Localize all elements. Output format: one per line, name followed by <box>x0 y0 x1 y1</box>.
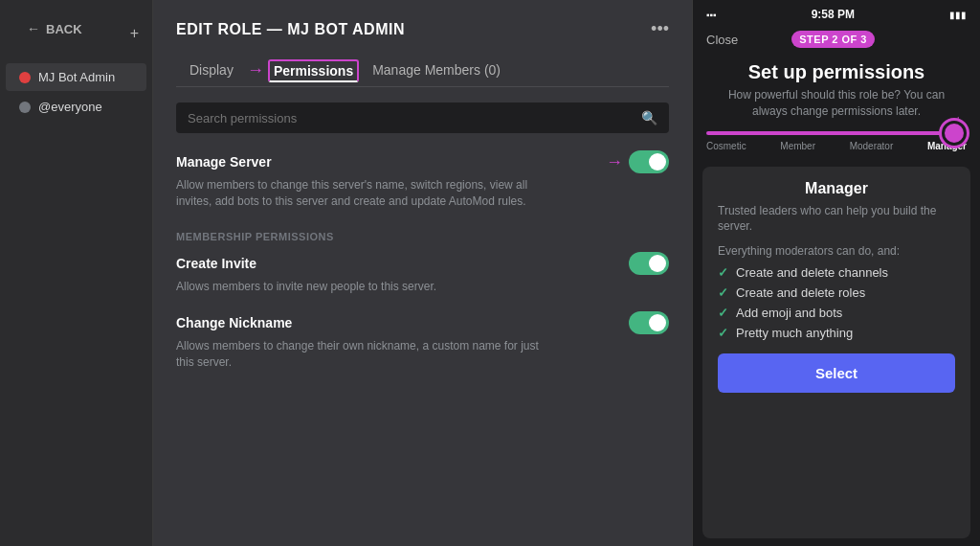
slider-label-member: Member <box>780 141 815 151</box>
check-icon-0: ✓ <box>718 265 728 280</box>
main-header: EDIT ROLE — MJ BOT ADMIN ••• <box>176 19 669 39</box>
feature-text-3: Pretty much anything <box>736 326 853 340</box>
permissions-arrow-icon: → <box>247 60 264 80</box>
signal-icon: ▪▪▪ <box>706 10 717 20</box>
role-name-everyone: @everyone <box>38 100 102 114</box>
status-bar: ▪▪▪ 9:58 PM ▮▮▮ <box>693 0 980 25</box>
feature-list: ✓ Create and delete channels ✓ Create an… <box>718 265 955 340</box>
back-label: BACK <box>46 22 82 36</box>
feature-text-2: Add emoji and bots <box>736 306 842 320</box>
permission-create-invite-name: Create Invite <box>176 256 256 271</box>
slider-label-moderator: Moderator <box>850 141 894 151</box>
permissions-slider[interactable]: ↓ Cosmetic Member Moderator Manager <box>693 131 980 159</box>
role-dot-mj-bot-admin <box>19 72 31 83</box>
feature-text-1: Create and delete roles <box>736 285 865 300</box>
main-content: EDIT ROLE — MJ BOT ADMIN ••• Display → P… <box>153 0 692 546</box>
manager-card: Manager Trusted leaders who can help you… <box>702 167 970 538</box>
slider-dot <box>942 121 967 146</box>
sidebar-item-everyone[interactable]: @everyone <box>6 93 146 121</box>
desktop-panel: ← BACK + MJ Bot Admin @everyone EDIT ROL… <box>0 0 693 546</box>
more-options-button[interactable]: ••• <box>651 19 669 39</box>
toggle-wrapper-manage-server: → ✓ <box>606 150 669 173</box>
status-time: 9:58 PM <box>812 8 855 21</box>
permission-change-nickname: Change Nickname ✓ Allows members to chan… <box>176 311 669 371</box>
slider-track <box>706 131 967 135</box>
feature-item-1: ✓ Create and delete roles <box>718 285 955 300</box>
manager-card-title: Manager <box>718 180 955 197</box>
check-icon-1: ✓ <box>718 285 728 300</box>
check-icon-3: ✓ <box>718 326 728 340</box>
sidebar: ← BACK + MJ Bot Admin @everyone <box>0 0 153 546</box>
add-role-button[interactable]: + <box>130 25 139 42</box>
search-bar[interactable]: 🔍 <box>176 102 669 133</box>
slider-labels: Cosmetic Member Moderator Manager <box>706 135 967 151</box>
tab-display[interactable]: Display <box>176 55 247 87</box>
tab-manage-members[interactable]: Manage Members (0) <box>359 55 514 87</box>
toggle-change-nickname[interactable]: ✓ <box>629 311 669 334</box>
permission-change-nickname-header: Change Nickname ✓ <box>176 311 669 334</box>
toggle-create-invite-check-icon: ✓ <box>656 257 664 269</box>
battery-icon: ▮▮▮ <box>949 10 967 20</box>
mobile-top-nav: Close STEP 2 OF 3 <box>693 25 980 54</box>
toggle-change-nickname-check-icon: ✓ <box>656 317 664 330</box>
role-dot-everyone <box>19 102 31 113</box>
feature-item-0: ✓ Create and delete channels <box>718 265 955 280</box>
manage-server-arrow-icon: → <box>606 152 623 172</box>
mobile-panel: ▪▪▪ 9:58 PM ▮▮▮ Close STEP 2 OF 3 Set up… <box>693 0 980 546</box>
sidebar-item-mj-bot-admin[interactable]: MJ Bot Admin <box>6 63 146 91</box>
role-name-mj-bot-admin: MJ Bot Admin <box>38 70 115 84</box>
mobile-title: Set up permissions <box>693 54 980 87</box>
permission-change-nickname-desc: Allows members to change their own nickn… <box>176 338 540 371</box>
check-icon-2: ✓ <box>718 306 728 320</box>
section-membership-label: MEMBERSHIP PERMISSIONS <box>176 231 669 242</box>
search-input[interactable] <box>188 111 641 125</box>
step-badge: STEP 2 OF 3 <box>791 31 875 48</box>
permission-create-invite-desc: Allows members to invite new people to t… <box>176 279 540 295</box>
permission-create-invite: Create Invite ✓ Allows members to invite… <box>176 252 669 295</box>
permission-change-nickname-name: Change Nickname <box>176 315 292 330</box>
close-button[interactable]: Close <box>706 33 738 47</box>
slider-label-cosmetic: Cosmetic <box>706 141 746 151</box>
toggle-manage-server[interactable]: ✓ <box>629 150 669 173</box>
mobile-subtitle: How powerful should this role be? You ca… <box>693 87 980 131</box>
feature-text-0: Create and delete channels <box>736 265 888 280</box>
permission-manage-server-header: Manage Server → ✓ <box>176 150 669 173</box>
back-button[interactable]: ← BACK <box>13 15 96 42</box>
permission-manage-server: Manage Server → ✓ Allow members to chang… <box>176 150 669 210</box>
tabs-bar: Display → Permissions Manage Members (0) <box>176 55 669 87</box>
page-title: EDIT ROLE — MJ BOT ADMIN <box>176 21 405 38</box>
section-membership: MEMBERSHIP PERMISSIONS Create Invite ✓ A… <box>176 227 669 388</box>
permission-manage-server-name: Manage Server <box>176 154 272 170</box>
permission-create-invite-header: Create Invite ✓ <box>176 252 669 275</box>
search-icon: 🔍 <box>641 110 657 125</box>
manager-card-desc: Trusted leaders who can help you build t… <box>718 203 955 236</box>
toggle-check-icon: ✓ <box>656 156 664 169</box>
toggle-create-invite[interactable]: ✓ <box>629 252 669 275</box>
tab-permissions[interactable]: Permissions <box>268 59 359 82</box>
manager-card-subtitle: Everything moderators can do, and: <box>718 244 955 258</box>
feature-item-3: ✓ Pretty much anything <box>718 326 955 340</box>
permission-manage-server-desc: Allow members to change this server's na… <box>176 177 540 210</box>
back-arrow-icon: ← <box>27 21 40 36</box>
feature-item-2: ✓ Add emoji and bots <box>718 306 955 320</box>
select-button[interactable]: Select <box>718 353 955 393</box>
